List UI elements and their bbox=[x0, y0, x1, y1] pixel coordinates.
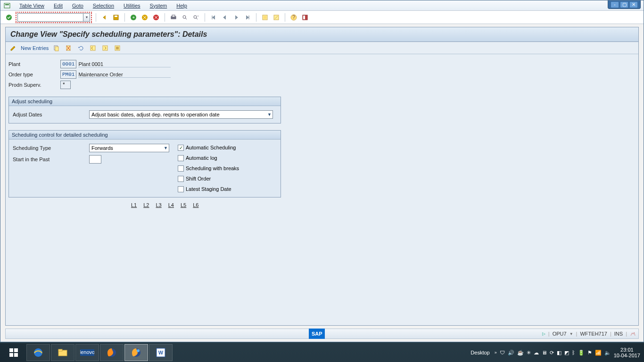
prev-entry-icon[interactable] bbox=[88, 43, 98, 53]
menu-system-icon[interactable] bbox=[3, 2, 11, 9]
menu-utilities[interactable]: Utilities bbox=[119, 3, 145, 8]
level-l6[interactable]: L6 bbox=[193, 202, 198, 208]
start-in-past-field[interactable] bbox=[89, 155, 101, 164]
plant-field[interactable]: 0001 bbox=[60, 60, 76, 68]
maximize-button[interactable]: ▢ bbox=[620, 1, 628, 8]
scheduling-with-breaks-checkbox[interactable]: Scheduling with breaks bbox=[178, 163, 277, 173]
tray-shield-icon[interactable]: 🛡 bbox=[500, 350, 505, 356]
taskbar-word[interactable]: W bbox=[149, 344, 173, 361]
order-type-field[interactable]: PM01 bbox=[60, 70, 76, 79]
tray-monitor-icon[interactable]: 🖥 bbox=[542, 350, 547, 356]
standard-toolbar: ▾ ? bbox=[0, 11, 644, 24]
separator bbox=[124, 13, 125, 22]
taskbar-explorer[interactable] bbox=[51, 344, 74, 361]
scheduling-control-group: Scheduling control for detailed scheduli… bbox=[8, 130, 281, 197]
back-icon[interactable] bbox=[100, 13, 109, 22]
last-page-icon[interactable] bbox=[243, 13, 252, 22]
first-page-icon[interactable] bbox=[209, 13, 218, 22]
tray-icons: 🛡 🔊 ☕ ✳ ☁ 🖥 ⟳ ◧ ◩ ᛒ 🔋 ⚑ 📶 🔈 bbox=[500, 350, 611, 356]
separator bbox=[285, 13, 285, 22]
stop-icon[interactable] bbox=[151, 13, 161, 22]
taskbar-lenovo[interactable]: lenovo bbox=[75, 344, 99, 361]
svg-rect-27 bbox=[14, 348, 18, 352]
tray-battery-icon[interactable]: 🔋 bbox=[578, 350, 585, 356]
order-type-description: Maintenance Order bbox=[78, 72, 171, 78]
save-icon[interactable] bbox=[111, 13, 121, 22]
tray-volume-icon[interactable]: 🔊 bbox=[508, 350, 514, 356]
shortcut-icon[interactable] bbox=[272, 13, 281, 22]
toggle-display-change-icon[interactable] bbox=[8, 43, 18, 53]
find-icon[interactable] bbox=[180, 13, 190, 22]
tray-chevron-icon[interactable]: » bbox=[495, 350, 497, 355]
taskbar-firefox[interactable] bbox=[100, 344, 124, 361]
enter-icon[interactable] bbox=[4, 13, 14, 22]
menu-goto[interactable]: Goto bbox=[67, 3, 88, 8]
tray-app1-icon[interactable]: ◧ bbox=[557, 350, 561, 356]
command-field-dropdown[interactable]: ▾ bbox=[83, 13, 90, 22]
menu-table-view[interactable]: Table View bbox=[15, 3, 49, 8]
taskbar-sap-logon[interactable] bbox=[124, 344, 148, 361]
level-l2[interactable]: L2 bbox=[143, 202, 149, 208]
menu-system[interactable]: System bbox=[145, 3, 172, 8]
scheduling-type-dropdown[interactable]: Forwards ▼ bbox=[89, 144, 169, 152]
tray-cloud-icon[interactable]: ☁ bbox=[534, 350, 539, 356]
copy-as-icon[interactable] bbox=[51, 43, 61, 53]
new-entries-button[interactable]: New Entries bbox=[21, 45, 49, 51]
menu-selection[interactable]: Selection bbox=[88, 3, 119, 8]
print-icon[interactable] bbox=[169, 13, 178, 22]
layout-icon[interactable] bbox=[300, 13, 310, 22]
svg-rect-23 bbox=[103, 46, 107, 50]
help-icon[interactable]: ? bbox=[289, 13, 298, 22]
status-expand-icon[interactable]: ▷ bbox=[542, 331, 545, 336]
chevron-down-icon[interactable]: ▼ bbox=[570, 332, 573, 336]
shift-order-checkbox[interactable]: Shift Order bbox=[178, 173, 277, 184]
checkbox-checked-icon: ✓ bbox=[178, 145, 184, 151]
adjust-scheduling-group: Adjust scheduling Adjust Dates Adjust ba… bbox=[8, 97, 281, 123]
transport-icon[interactable] bbox=[113, 43, 122, 53]
prev-page-icon[interactable] bbox=[220, 13, 230, 22]
chevron-down-icon: ▼ bbox=[164, 146, 168, 150]
automatic-log-checkbox[interactable]: Automatic log bbox=[178, 153, 277, 163]
level-l3[interactable]: L3 bbox=[156, 202, 162, 208]
menu-edit[interactable]: Edit bbox=[49, 3, 67, 8]
level-l5[interactable]: L5 bbox=[181, 202, 186, 208]
tray-updates-icon[interactable]: ⟳ bbox=[550, 350, 554, 356]
cancel-icon[interactable] bbox=[140, 13, 149, 22]
svg-rect-0 bbox=[4, 3, 10, 8]
tray-sound-icon[interactable]: 🔈 bbox=[604, 350, 611, 356]
taskbar-ie[interactable] bbox=[26, 344, 50, 361]
adjust-dates-dropdown[interactable]: Adjust basic dates, adjust dep. reqmts t… bbox=[89, 110, 273, 119]
new-session-icon[interactable] bbox=[260, 13, 270, 22]
undo-change-icon[interactable] bbox=[76, 43, 85, 53]
tray-clock[interactable]: 23:01 10-04-2017 bbox=[614, 347, 640, 358]
minimize-button[interactable]: ‐ bbox=[611, 1, 619, 8]
status-network-icon bbox=[630, 331, 636, 337]
command-field[interactable] bbox=[17, 13, 83, 22]
delete-icon[interactable] bbox=[64, 43, 73, 53]
level-l4[interactable]: L4 bbox=[168, 202, 174, 208]
next-entry-icon[interactable] bbox=[100, 43, 110, 53]
scheduling-with-breaks-label: Scheduling with breaks bbox=[186, 165, 239, 171]
tray-app2-icon[interactable]: ◩ bbox=[564, 350, 569, 356]
tray-network-icon[interactable]: 📶 bbox=[595, 350, 602, 356]
tray-java-icon[interactable]: ☕ bbox=[517, 350, 524, 356]
next-page-icon[interactable] bbox=[231, 13, 241, 22]
svg-rect-29 bbox=[14, 353, 18, 357]
close-button[interactable]: ✕ bbox=[629, 1, 638, 8]
show-desktop-label[interactable]: Desktop bbox=[471, 350, 489, 355]
find-next-icon[interactable] bbox=[191, 13, 201, 22]
start-in-past-label: Start in the Past bbox=[13, 156, 89, 162]
tray-flag-icon[interactable]: ⚑ bbox=[587, 350, 592, 356]
level-l1[interactable]: L1 bbox=[131, 202, 137, 208]
menu-help[interactable]: Help bbox=[172, 3, 192, 8]
tray-time: 23:01 bbox=[614, 347, 640, 353]
separator bbox=[96, 13, 96, 22]
prodn-superv-field[interactable]: * bbox=[60, 81, 71, 89]
latest-staging-date-checkbox[interactable]: Latest Staging Date bbox=[178, 184, 277, 194]
exit-icon[interactable] bbox=[129, 13, 138, 22]
start-button[interactable] bbox=[2, 344, 25, 361]
tray-antivirus-icon[interactable]: ✳ bbox=[527, 350, 531, 356]
tray-bluetooth-icon[interactable]: ᛒ bbox=[572, 350, 575, 356]
automatic-scheduling-checkbox[interactable]: ✓ Automatic Scheduling bbox=[178, 142, 277, 153]
statusbar: SAP ▷ | OPU7 ▼ | WFTEH717 | INS | bbox=[5, 329, 639, 339]
